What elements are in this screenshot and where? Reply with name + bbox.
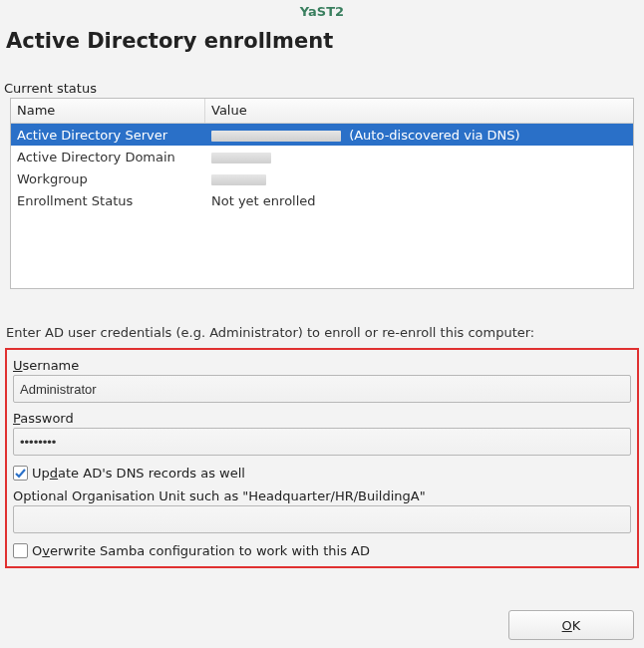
current-status-label: Current status (0, 67, 644, 98)
cell-name: Active Directory Domain (11, 148, 205, 166)
update-dns-checkbox[interactable] (13, 466, 28, 481)
table-row[interactable]: Active Directory Server (Auto-discovered… (11, 124, 633, 146)
password-input[interactable] (13, 428, 631, 456)
update-dns-label: Update AD's DNS records as well (32, 466, 245, 481)
status-table-header: Name Value (11, 99, 633, 124)
page-title: Active Directory enrollment (0, 21, 644, 67)
overwrite-samba-checkbox[interactable] (13, 543, 28, 558)
enroll-form-highlight: Username Password Update AD's DNS record… (5, 348, 639, 568)
password-label: Password (13, 409, 631, 428)
cell-value: Not yet enrolled (205, 191, 633, 210)
col-header-name[interactable]: Name (11, 99, 205, 123)
window-title: YaST2 (0, 0, 644, 21)
credentials-helper-text: Enter AD user credentials (e.g. Administ… (0, 289, 644, 346)
ok-button[interactable]: OK (508, 610, 634, 640)
ou-label: Optional Organisation Unit such as "Head… (13, 486, 631, 505)
cell-name: Active Directory Server (11, 126, 205, 145)
yast-window: YaST2 Active Directory enrollment Curren… (0, 0, 644, 648)
ou-input[interactable] (13, 505, 631, 533)
username-input[interactable] (13, 375, 631, 403)
cell-value (205, 169, 633, 188)
table-row[interactable]: Active Directory Domain (11, 146, 633, 167)
redacted-value (211, 174, 266, 185)
cell-value: (Auto-discovered via DNS) (205, 126, 633, 145)
redacted-value (211, 131, 341, 142)
overwrite-samba-label: Overwrite Samba configuration to work wi… (32, 543, 370, 558)
table-row[interactable]: Enrollment StatusNot yet enrolled (11, 189, 633, 211)
status-table[interactable]: Name Value Active Directory Server (Auto… (10, 98, 634, 289)
cell-name: Workgroup (11, 169, 205, 188)
cell-name: Enrollment Status (11, 191, 205, 210)
col-header-value[interactable]: Value (205, 99, 633, 123)
redacted-value (211, 153, 271, 163)
table-row[interactable]: Workgroup (11, 167, 633, 189)
username-label: Username (13, 356, 631, 375)
cell-value (205, 148, 633, 166)
